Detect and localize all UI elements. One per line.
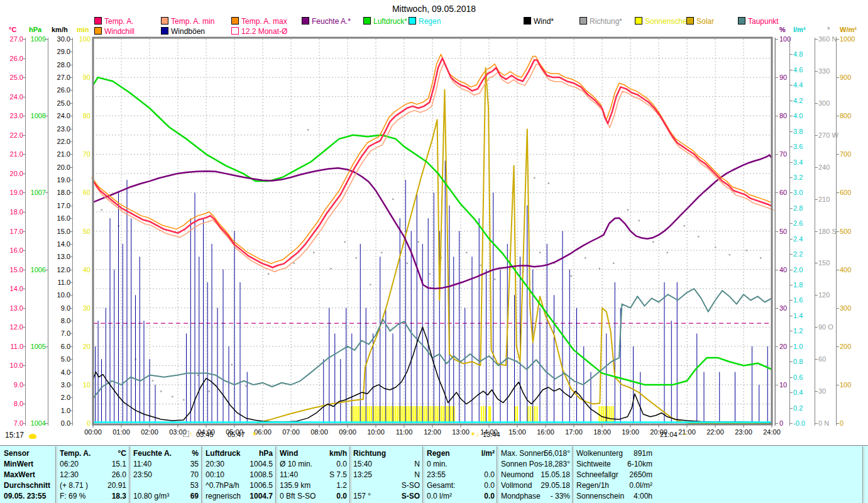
windspeed-axis-tick (70, 411, 73, 411)
humidity-axis-tick (775, 116, 778, 116)
wind-direction-dot (152, 380, 154, 382)
rain-axis-label: 1.0 (793, 343, 803, 350)
rain-axis-label: 4.0 (793, 113, 803, 119)
direction-axis-tick (815, 231, 818, 232)
rain-axis-tick (789, 101, 793, 101)
windspeed-axis-label: 14.0 (0, 241, 70, 248)
table-divider (275, 446, 276, 503)
table-cell-label: Neumond (501, 470, 534, 480)
humidity-axis-tick (775, 192, 778, 193)
table-group-title: Temp. A. (60, 448, 91, 459)
solar-axis-line (836, 38, 837, 426)
sunshine-axis-label: 70 (0, 151, 91, 158)
solar-axis-label: 500 (840, 228, 851, 235)
temp-c-axis-tick (23, 135, 26, 136)
table-cell-label: 0 min. (427, 459, 448, 470)
solar-axis-label: 200 (840, 343, 851, 350)
table-cell-value: -18,283° (542, 459, 571, 470)
time-label-21-00: 21:00 (674, 428, 700, 436)
table-cell-label: Schneefallgr (576, 470, 618, 480)
table-cell-value: S 7.5 (329, 470, 347, 480)
humidity-axis-label: 0 (779, 420, 783, 427)
table-divider (349, 446, 350, 503)
windspeed-axis-tick (70, 90, 73, 91)
rain-axis-label: 3.6 (793, 143, 803, 150)
direction-axis-tick (815, 71, 818, 72)
solar-axis-tick (836, 192, 839, 193)
temp-c-axis-tick (23, 174, 26, 174)
wind-direction-dot (160, 390, 162, 392)
humidity-axis-label: 90 (779, 74, 787, 81)
solar-axis-label: 100 (840, 382, 851, 389)
table-cell-label: F: 69 % (60, 491, 85, 502)
direction-axis-tick (815, 39, 818, 40)
solar-axis-tick (836, 346, 839, 347)
windspeed-axis-label: 22.0 (0, 138, 70, 145)
table-cell-label: 135.9 km (280, 480, 310, 491)
direction-axis-label: 240 (818, 164, 830, 171)
windspeed-axis-label: 20.0 (0, 164, 70, 171)
sunshine-axis-label: 10 (0, 382, 91, 389)
table-cell-label: regnerisch (206, 491, 241, 502)
table-divider-shadow (573, 446, 574, 503)
solar-axis-tick (836, 270, 839, 270)
direction-axis-tick (815, 295, 818, 296)
solar-axis-label: 700 (840, 151, 851, 158)
rain-axis-tick (789, 377, 793, 378)
solar-axis-label: 600 (840, 189, 851, 196)
table-divider (55, 446, 56, 503)
wind-direction-dot (307, 129, 309, 131)
table-group-title: Feuchte A. (133, 448, 172, 459)
wind-direction-dot (627, 209, 629, 211)
sunshine-axis-label: 50 (0, 228, 91, 235)
wind-direction-dot (494, 279, 496, 280)
windspeed-axis-tick (70, 218, 73, 219)
marker-icon-wrap: ↑ (183, 430, 193, 438)
table-row-header: MinWert (4, 459, 54, 470)
table-cell-value: S-SO (402, 491, 420, 502)
table-cell-label: Sonnenschein (576, 491, 624, 502)
rain-axis-tick (789, 254, 793, 255)
sunshine-axis-label: 80 (0, 113, 91, 119)
table-cell-value: 0.0l/m² (629, 480, 652, 491)
time-label-08-00: 08:00 (307, 428, 332, 436)
rain-axis-tick (789, 408, 793, 409)
time-label-00-00: 00:00 (80, 428, 106, 436)
temp-c-axis-tick (23, 404, 26, 404)
table-cell-value: 1008.5 (250, 470, 273, 480)
humidity-axis-line (775, 38, 776, 426)
table-cell-value: S-SO (402, 480, 420, 491)
wind-direction-dot (585, 257, 586, 259)
table-cell-label: 13:25 (353, 470, 372, 480)
rain-axis-tick (789, 70, 793, 70)
wind-direction-dot (268, 273, 270, 275)
sunshine-axis-label: 0 (0, 420, 91, 427)
wind-direction-dot (652, 241, 654, 243)
rain-axis-tick (789, 392, 793, 393)
windspeed-axis-label: 19.0 (0, 177, 70, 184)
rain-axis-tick (789, 300, 793, 301)
direction-axis-label: 150 (818, 260, 830, 267)
direction-axis-label: 300 (818, 100, 830, 107)
table-cell-value: 15.1 (112, 459, 126, 470)
time-label-02-00: 02:00 (137, 428, 162, 436)
sunshine-axis-label: 30 (0, 305, 91, 312)
solar-axis-tick (836, 423, 839, 424)
table-divider (862, 446, 863, 503)
windspeed-axis-tick (70, 244, 73, 245)
solar-axis-tick (836, 39, 839, 40)
humidity-axis-tick (775, 39, 778, 40)
rain-axis-label: 3.8 (793, 128, 803, 135)
direction-axis-tick (815, 135, 818, 136)
windspeed-axis-tick (70, 333, 73, 334)
sunshine-axis-label: 90 (0, 74, 91, 81)
direction-axis-tick (815, 359, 818, 360)
table-cell-value: 70 (190, 470, 199, 480)
windspeed-axis-tick (70, 295, 73, 296)
wind-direction-dot (172, 396, 173, 398)
wind-direction-dot (197, 375, 199, 377)
direction-axis-label: 210 (818, 196, 830, 203)
rain-axis-label: 2.4 (793, 236, 803, 243)
sunset-icon: ▫ (684, 430, 686, 438)
rain-axis-tick (789, 423, 793, 424)
